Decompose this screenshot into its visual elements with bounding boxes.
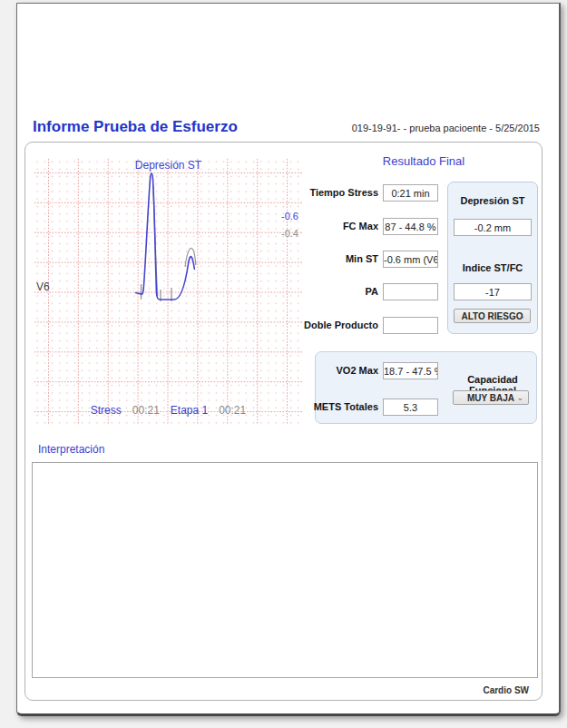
interpretation-title: Interpretación	[38, 443, 104, 456]
min-st-input[interactable]	[383, 251, 438, 268]
mets-totales-input[interactable]	[383, 398, 438, 416]
phase-label: Stress	[91, 404, 122, 417]
chevron-down-icon: ⌄	[518, 311, 525, 320]
fc-max-input[interactable]	[383, 218, 438, 235]
risk-level-dropdown[interactable]: ALTO RIESGO ⌄	[454, 309, 531, 323]
depresion-st-label: Depresión ST	[448, 195, 537, 206]
mets-totales-label: METS Totales	[298, 401, 378, 412]
min-st-label: Min ST	[298, 253, 378, 264]
tiempo-stress-label: Tiempo Stress	[298, 187, 378, 198]
pa-label: PA	[298, 286, 378, 297]
pa-input[interactable]	[383, 283, 438, 300]
tiempo-stress-input[interactable]	[383, 184, 438, 202]
fc-max-label: FC Max	[298, 221, 378, 231]
interpretation-textarea[interactable]	[32, 462, 538, 678]
ecg-footer: Stress00:21Etapa 100:21	[34, 404, 303, 417]
report-page: Informe Prueba de Esfuerzo 019-19-91- - …	[16, 3, 561, 716]
ecg-waveform	[34, 158, 303, 424]
st-risk-panel: Depresión ST Indice ST/FC ALTO RIESGO ⌄	[447, 182, 538, 334]
stage-time: 00:21	[219, 404, 246, 417]
indice-stfc-label: Indice ST/FC	[448, 262, 537, 273]
risk-level-value: ALTO RIESGO	[462, 311, 523, 321]
results-section-title: Resultado Final	[328, 154, 519, 168]
phase-time: 00:21	[132, 404, 160, 417]
page-title: Informe Prueba de Esfuerzo	[33, 118, 238, 136]
capacidad-funcional-dropdown[interactable]: MUY BAJA ⌄	[453, 390, 529, 405]
indice-stfc-input[interactable]	[454, 283, 532, 300]
ecg-strip: Depresión ST V6 -0.6 -0.4 Stress00:21Eta…	[34, 158, 303, 424]
vo2-max-label: VO2 Max	[298, 365, 378, 376]
doble-producto-input[interactable]	[383, 317, 438, 334]
report-body: Depresión ST V6 -0.6 -0.4 Stress00:21Eta…	[24, 142, 543, 701]
chevron-down-icon: ⌄	[516, 393, 523, 402]
stage-label: Etapa 1	[171, 404, 208, 417]
vo2-max-input[interactable]	[383, 362, 438, 379]
patient-info: 019-19-91- - prueba pacioente - 5/25/201…	[352, 123, 540, 133]
app-branding: Cardio SW	[483, 685, 529, 695]
doble-producto-label: Doble Producto	[298, 320, 378, 330]
capacidad-funcional-value: MUY BAJA	[467, 393, 514, 403]
depresion-st-input[interactable]	[454, 219, 532, 236]
